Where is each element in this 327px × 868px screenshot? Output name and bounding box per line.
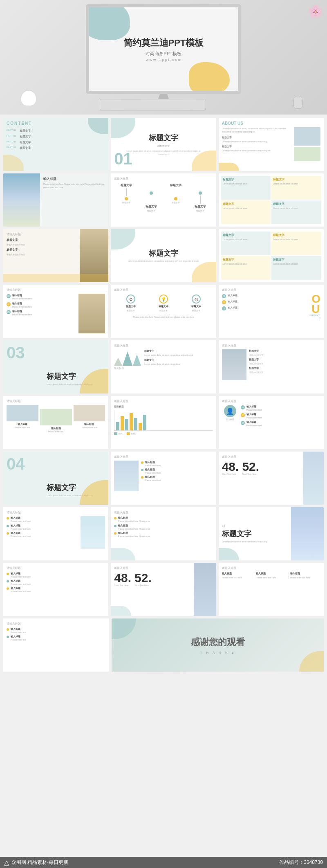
content-item-2: PART 02 标题文字 xyxy=(7,135,105,139)
r9s3-sub2: 输入标题 xyxy=(256,572,286,576)
slide-stats: 请输入标题 48. Short Text Here 52. Short Text… xyxy=(219,452,324,505)
g2c1-body: Lorem ipsum dolor sit amet xyxy=(223,238,269,241)
project-text: PROIECTR xyxy=(309,314,320,319)
about-yellow-accent xyxy=(219,163,239,171)
r9-label-2: 输入标题 xyxy=(11,579,31,583)
slides-row-3: 请输入标题 标题文字 请输入标题文字内容 标题文字 请输入标题文字内容 标题文字 xyxy=(3,229,324,282)
r8s2-heading: 请输入标题 xyxy=(114,510,213,515)
icon-circle-1: ⊙ xyxy=(126,295,135,304)
hero-url: w w w . 1 p p t . c o m xyxy=(146,58,181,62)
nl-photo xyxy=(78,294,105,333)
gc3-title: 标题文字 xyxy=(223,202,269,206)
mountain-1 xyxy=(114,358,122,366)
bp-item-3: 输入标题 Please enter text xyxy=(141,475,213,481)
nl-item-3: 03 输入标题 Please enter text here xyxy=(7,310,76,316)
gc4-body: Lorem ipsum dolor sit amet xyxy=(273,207,320,210)
legend-color-1 xyxy=(114,432,117,435)
hourglass-body2: 请输入标题文字内容 xyxy=(7,253,76,256)
mountain-2 xyxy=(123,351,132,366)
tl-dot4 xyxy=(199,191,202,195)
part-text-2: 标题文字 xyxy=(20,135,31,139)
r9s3-heading: 请输入标题 xyxy=(222,566,320,570)
hero-cup xyxy=(20,90,37,106)
hourglass-sub1: 标题文字 xyxy=(7,238,76,242)
grid2-cell-1: 标题文字 Lorem ipsum dolor sit amet xyxy=(221,232,271,255)
op-item-2: 02 输入标题 xyxy=(222,300,298,304)
r9-label-1: 输入标题 xyxy=(11,572,31,576)
bar-6 xyxy=(139,423,142,430)
nl-body-2: Please enter text here xyxy=(12,306,32,308)
p3-label2: 输入标题 xyxy=(40,427,72,430)
r9-body-2: Please enter text here xyxy=(11,583,31,585)
tl3: 标题文字 xyxy=(170,183,181,187)
r10-body-2: Please enter text xyxy=(11,639,26,641)
it-body-3: 标题文本 xyxy=(191,309,201,312)
it-label-3: 标题文本 xyxy=(191,305,201,308)
bar-3 xyxy=(125,419,128,430)
r8s2-item-2: 输入标题 Please enter text here Please enter xyxy=(114,524,213,531)
slides-row-5: 03 标题文字 Lorem ipsum dolor sit amet, cons… xyxy=(3,340,324,394)
r10-body-1: Please enter text xyxy=(11,631,26,634)
bp-body-1: Please enter text xyxy=(145,464,161,467)
mc-sublabel: 输入标题 xyxy=(114,367,141,370)
slide-3col-photos: 请输入标题 输入标题 Please enter text 输入标题 Please… xyxy=(3,396,108,449)
hourglass-body1: 请输入标题文字内容 xyxy=(7,243,76,246)
pl-label-1: 输入标题 xyxy=(246,405,262,409)
slide02-title: 标题文字 xyxy=(114,248,213,258)
r10-item-1: 输入标题 Please enter text xyxy=(7,627,106,634)
r8s2-dot-1 xyxy=(114,517,116,519)
r10-dot-2 xyxy=(7,636,9,638)
slide-mountain-chart: 请输入标题 输入标题 标题文字 Lorem ipsum dolor sit am… xyxy=(111,340,216,394)
hourglass-heading: 请输入标题 xyxy=(7,232,76,236)
pl-body-3: Please enter text xyxy=(246,424,262,427)
it-body-2: 标题文本 xyxy=(159,309,168,312)
slides-container: CONTENT PART 01 标题文字 PART 02 标题文字 PART 0… xyxy=(0,115,327,675)
p3-body3: Please enter text xyxy=(74,426,105,429)
r8-photo xyxy=(81,516,105,549)
slide01-sub: 副标题文字 xyxy=(114,144,213,148)
about-body2: Lorem ipsum dolor sit amet consectetur a… xyxy=(222,140,292,143)
pl-item-1: 01 输入标题 Please enter text xyxy=(241,405,320,411)
r9-label-3: 输入标题 xyxy=(11,587,31,590)
g2c2-title: 标题文字 xyxy=(273,233,320,237)
slide-02-title: 标题文字 Lorem ipsum dolor sit amet, consect… xyxy=(111,229,216,282)
stat4-num: 52. xyxy=(134,572,152,584)
r8s2-label-3: 输入标题 xyxy=(118,531,150,535)
op-item-1: 01 输入标题 xyxy=(222,294,298,298)
p3-label1: 输入标题 xyxy=(7,423,38,426)
icon-circle-2: 💡 xyxy=(159,295,168,304)
mc-label: 标题文字 xyxy=(144,349,213,353)
nl-label-3: 输入标题 xyxy=(12,310,32,313)
city-heading: 输入标题 xyxy=(43,177,105,181)
ou-text: OU xyxy=(311,294,320,314)
it-footer: Please enter text here Please enter text… xyxy=(114,316,213,319)
person-icon: 👤 xyxy=(224,405,236,417)
pl-heading: 请输入标题 xyxy=(222,399,320,403)
pl-body-1: Please enter text xyxy=(246,409,262,411)
slide-last-bullet: 请输入标题 输入标题 Please enter text 输入标题 Please… xyxy=(3,618,109,672)
r9s3-sub3: 输入标题 xyxy=(290,572,320,576)
stats-photo xyxy=(303,452,324,505)
p3-photo1 xyxy=(7,405,38,421)
gc1-body: Lorem ipsum dolor sit amet xyxy=(223,182,269,185)
grid-cell-2: 标题文字 Lorem ipsum dolor sit amet xyxy=(271,176,321,200)
slide-icons-text: 请输入标题 ⊙ 标题文本 标题文本 💡 标题文本 标题文本 ◎ 标题文本 xyxy=(111,285,216,338)
bar-chart-area xyxy=(114,410,213,431)
it-body-1: 标题文本 xyxy=(126,309,136,312)
bp-label-3: 输入标题 xyxy=(145,475,161,479)
slide-3col-text: 请输入标题 输入标题 Please enter text here xyxy=(3,507,108,560)
final-title: 感谢您的观看 xyxy=(191,636,245,648)
pl-num-1: 01 xyxy=(241,405,245,409)
nl-item-2: 02 输入标题 Please enter text here xyxy=(7,302,76,308)
nl-label-2: 输入标题 xyxy=(12,302,32,306)
r8s3-num: 04 xyxy=(222,524,288,527)
grid2-cell-2: 标题文字 Lorem ipsum dolor sit amet xyxy=(271,232,321,255)
gc2-body: Lorem ipsum dolor sit amet xyxy=(273,182,320,185)
pt-label1: 标题文字 xyxy=(249,349,320,353)
r9-dot-2 xyxy=(7,580,9,582)
tl-sub3: 标题文字 xyxy=(170,201,181,204)
pl-body-2: Please enter text xyxy=(246,416,262,419)
r8s2-label-2: 输入标题 xyxy=(118,524,150,528)
bp-label-1: 输入标题 xyxy=(145,461,161,464)
hourglass-sub2: 标题文字 xyxy=(7,248,76,252)
